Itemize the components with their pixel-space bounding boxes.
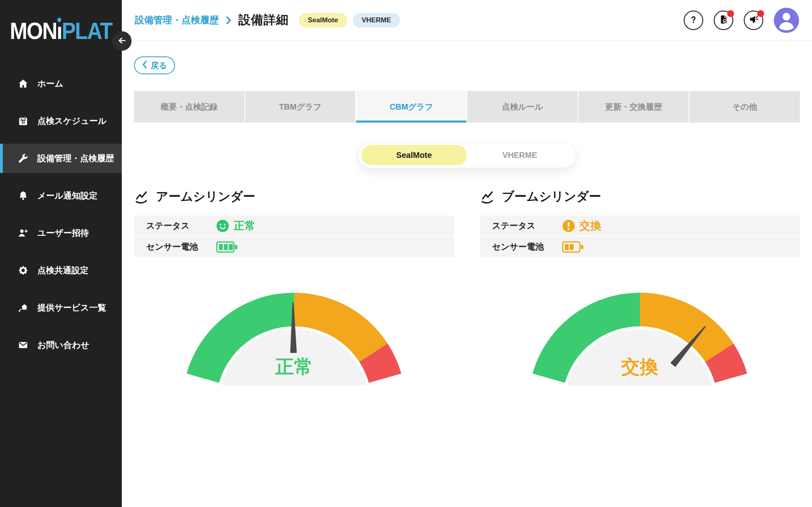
sidebar-item[interactable]: ユーザー招待	[0, 218, 122, 248]
device-toggle-option[interactable]: VHERME	[467, 145, 573, 165]
notification-dot	[727, 10, 734, 17]
tab-bar: 概要・点検記録TBMグラフCBMグラフ点検ルール更新・交換履歴その他	[134, 91, 800, 123]
user-avatar[interactable]	[774, 8, 799, 33]
device-toggle: SealMoteVHERME	[358, 142, 576, 168]
sidebar-item[interactable]: 点検共通設定	[0, 256, 122, 285]
battery-indicator	[562, 239, 585, 255]
app-root: MONıPLAT ホーム 点検スケジュール 設備管理・点検履歴 メール通知設定 …	[0, 0, 812, 507]
gauge-status-label: 正常	[275, 356, 313, 377]
breadcrumb: 設備管理・点検履歴 設備詳細 SealMoteVHERME	[135, 12, 400, 28]
sidebar-item-label: ユーザー招待	[37, 227, 89, 239]
help-icon-button[interactable]	[684, 11, 703, 30]
notification-dot	[757, 10, 764, 17]
breadcrumb-parent-link[interactable]: 設備管理・点検履歴	[135, 14, 219, 26]
sidebar-collapse-button[interactable]	[112, 31, 132, 51]
chevron-left-icon	[142, 60, 147, 71]
report-check-icon	[718, 14, 729, 26]
battery-row: センサー電池	[480, 237, 800, 257]
sidebar: MONıPLAT ホーム 点検スケジュール 設備管理・点検履歴 メール通知設定 …	[0, 0, 122, 507]
cbm-gauge: 交換	[510, 293, 770, 385]
battery-row: センサー電池	[134, 237, 454, 257]
tab-1[interactable]: 概要・点検記録	[134, 91, 244, 123]
battery-label: センサー電池	[146, 241, 216, 252]
battery-icon	[562, 239, 585, 255]
device-badge: VHERME	[353, 13, 400, 28]
device-badge: SealMote	[299, 13, 347, 28]
sidebar-item[interactable]: 点検スケジュール	[0, 106, 122, 136]
chart-line-icon	[480, 190, 495, 204]
megaphone-icon-button[interactable]	[744, 11, 763, 30]
panel-title: アームシリンダー	[134, 188, 454, 205]
user-add-icon	[18, 228, 28, 238]
tab-3[interactable]: CBMグラフ	[356, 91, 466, 123]
sidebar-item-label: 点検共通設定	[37, 265, 89, 276]
status-row: ステータス 交換	[480, 216, 800, 236]
battery-indicator	[216, 239, 239, 255]
tab-2[interactable]: TBMグラフ	[245, 91, 356, 123]
sidebar-item-label: 提供サービス一覧	[37, 302, 106, 313]
sidebar-item-label: 点検スケジュール	[37, 115, 106, 127]
status-label: ステータス	[146, 220, 216, 231]
sidebar-item-label: メール通知設定	[37, 190, 97, 201]
cbm-gauge: 正常	[164, 293, 424, 385]
gear-icon	[18, 265, 28, 276]
battery-icon	[216, 239, 239, 255]
person-icon	[774, 7, 799, 34]
arrow-left-icon	[117, 36, 127, 47]
page-title: 設備詳細	[238, 12, 289, 28]
panel-title: ブームシリンダー	[480, 188, 800, 205]
mail-icon	[18, 340, 28, 350]
tab-4[interactable]: 点検ルール	[467, 91, 578, 123]
logo-text-mon: MON	[10, 18, 56, 44]
gauge-wrap: 交換	[480, 293, 800, 385]
logo-text-i: ı	[56, 17, 61, 44]
help-icon	[688, 14, 699, 27]
services-icon	[18, 302, 28, 313]
back-button-label: 戻る	[151, 60, 167, 71]
tab-6[interactable]: その他	[689, 91, 800, 123]
logo-text-plat: PLAT	[62, 18, 112, 44]
calendar-icon	[18, 116, 28, 126]
main-area: 設備管理・点検履歴 設備詳細 SealMoteVHERME 戻る 概要・点検記録…	[122, 0, 812, 507]
report-check-icon-button[interactable]	[714, 11, 733, 30]
sidebar-item[interactable]: メール通知設定	[0, 181, 122, 210]
sidebar-item[interactable]: 設備管理・点検履歴	[0, 144, 122, 173]
smile-icon	[216, 219, 229, 233]
status-label: ステータス	[492, 220, 562, 231]
chart-line-icon	[134, 190, 149, 204]
topbar-icons	[684, 8, 799, 33]
gauge-status-label: 交換	[621, 356, 659, 377]
sidebar-item[interactable]: お問い合わせ	[0, 330, 122, 360]
device-badges: SealMoteVHERME	[299, 13, 400, 28]
wrench-icon	[18, 153, 28, 164]
cbm-panels: アームシリンダー ステータス 正常 センサー電池 正常 ブームシリンダー ステー…	[134, 188, 800, 385]
device-toggle-wrap: SealMoteVHERME	[134, 142, 800, 168]
status-table: ステータス 正常 センサー電池	[134, 216, 454, 257]
topbar: 設備管理・点検履歴 設備詳細 SealMoteVHERME	[122, 0, 812, 41]
cylinder-panel: アームシリンダー ステータス 正常 センサー電池 正常	[134, 188, 454, 385]
content: 戻る 概要・点検記録TBMグラフCBMグラフ点検ルール更新・交換履歴その他 Se…	[122, 41, 812, 385]
alert-icon	[562, 219, 575, 233]
sidebar-menu: ホーム 点検スケジュール 設備管理・点検履歴 メール通知設定 ユーザー招待 点検…	[0, 69, 122, 368]
panel-title-text: アームシリンダー	[156, 188, 255, 205]
status-table: ステータス 交換 センサー電池	[480, 216, 800, 257]
status-value: 交換	[562, 218, 601, 233]
bell-icon	[18, 190, 28, 201]
status-value: 正常	[216, 218, 255, 233]
moniplat-logo: MONıPLAT	[10, 17, 112, 44]
sidebar-item-label: お問い合わせ	[37, 339, 89, 351]
panel-title-text: ブームシリンダー	[502, 188, 601, 205]
chevron-right-icon	[225, 15, 232, 25]
sidebar-item-label: ホーム	[37, 78, 63, 89]
status-row: ステータス 正常	[134, 216, 454, 236]
cylinder-panel: ブームシリンダー ステータス 交換 センサー電池 交換	[480, 188, 800, 385]
sidebar-item[interactable]: 提供サービス一覧	[0, 293, 122, 322]
gauge-wrap: 正常	[134, 293, 454, 385]
sidebar-item-label: 設備管理・点検履歴	[37, 153, 114, 164]
home-icon	[18, 78, 28, 89]
back-button[interactable]: 戻る	[134, 56, 175, 74]
device-toggle-option[interactable]: SealMote	[361, 145, 467, 165]
sidebar-item[interactable]: ホーム	[0, 69, 122, 98]
battery-label: センサー電池	[492, 241, 562, 252]
tab-5[interactable]: 更新・交換履歴	[579, 91, 689, 123]
